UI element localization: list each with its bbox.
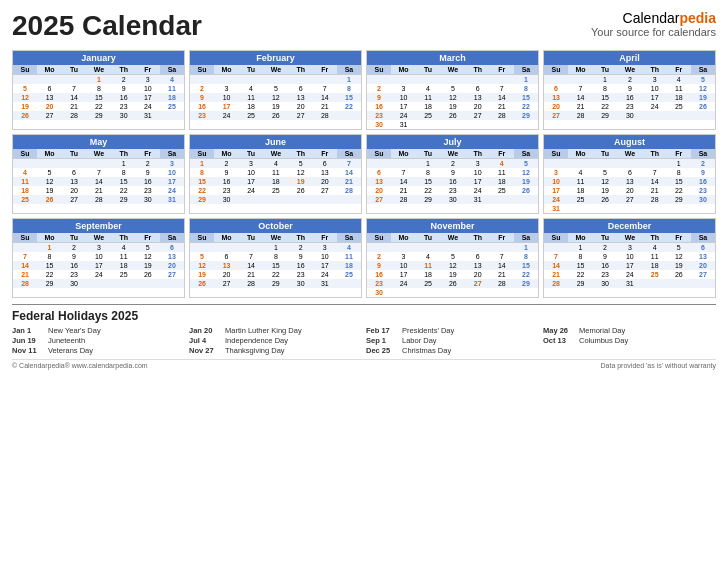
holiday-date: Jan 1	[12, 326, 44, 335]
cal-day: 1	[37, 243, 62, 253]
cal-day: 20	[37, 102, 62, 111]
cal-day: 30	[214, 195, 239, 204]
day-header-we: We	[617, 233, 643, 243]
day-header-sa: Sa	[160, 149, 184, 159]
cal-day: 1	[568, 243, 593, 253]
month-block-october: OctoberSuMoTuWeThFrSa1234567891011121314…	[189, 218, 362, 298]
cal-day	[643, 111, 667, 120]
cal-day: 1	[190, 159, 214, 169]
cal-day	[544, 243, 568, 253]
cal-day: 11	[667, 84, 691, 93]
cal-day: 20	[289, 102, 313, 111]
cal-day: 30	[367, 288, 391, 297]
day-header-su: Su	[13, 233, 37, 243]
day-header-sa: Sa	[160, 65, 184, 75]
cal-day: 23	[367, 111, 391, 120]
cal-day	[466, 243, 490, 253]
cal-day: 16	[617, 93, 643, 102]
cal-day: 7	[643, 168, 667, 177]
cal-day: 9	[440, 168, 466, 177]
month-block-may: MaySuMoTuWeThFrSa12345678910111213141516…	[12, 134, 185, 214]
cal-day: 25	[416, 279, 440, 288]
holiday-date: Nov 11	[12, 346, 44, 355]
cal-day: 25	[263, 186, 289, 195]
day-header-fr: Fr	[490, 65, 514, 75]
cal-day: 19	[667, 261, 691, 270]
holidays-section: Federal Holidays 2025 Jan 1New Year's Da…	[12, 304, 716, 355]
cal-day	[190, 75, 214, 85]
cal-day: 27	[160, 270, 184, 279]
cal-day	[440, 243, 466, 253]
cal-day: 22	[86, 102, 112, 111]
cal-day: 25	[13, 195, 37, 204]
day-header-su: Su	[544, 149, 568, 159]
cal-day: 25	[490, 186, 514, 195]
day-header-we: We	[617, 65, 643, 75]
cal-day: 19	[263, 102, 289, 111]
cal-day: 22	[190, 186, 214, 195]
cal-day: 17	[160, 177, 184, 186]
cal-day: 8	[568, 252, 593, 261]
cal-day: 6	[214, 252, 239, 261]
cal-day: 29	[263, 279, 289, 288]
cal-day: 5	[190, 252, 214, 261]
month-block-july: JulySuMoTuWeThFrSa1234567891011121314151…	[366, 134, 539, 214]
cal-day: 25	[160, 102, 184, 111]
cal-day: 18	[337, 261, 361, 270]
day-header-su: Su	[190, 149, 214, 159]
cal-day: 31	[544, 204, 568, 213]
day-header-fr: Fr	[667, 233, 691, 243]
cal-day: 3	[643, 75, 667, 85]
cal-day: 15	[514, 93, 538, 102]
cal-day	[490, 195, 514, 204]
cal-day: 1	[667, 159, 691, 169]
cal-day: 4	[239, 84, 263, 93]
cal-day: 30	[691, 195, 715, 204]
cal-day: 9	[62, 252, 86, 261]
cal-day: 26	[289, 186, 313, 195]
cal-day: 29	[416, 195, 440, 204]
cal-day: 6	[37, 84, 62, 93]
cal-day	[337, 195, 361, 204]
cal-day: 2	[593, 243, 617, 253]
holiday-date: Oct 13	[543, 336, 575, 345]
day-header-we: We	[440, 149, 466, 159]
cal-day: 16	[214, 177, 239, 186]
cal-day: 14	[544, 261, 568, 270]
cal-day	[367, 75, 391, 85]
cal-day: 12	[440, 261, 466, 270]
cal-day	[691, 204, 715, 213]
day-header-sa: Sa	[691, 149, 715, 159]
cal-day: 17	[239, 177, 263, 186]
cal-day: 24	[391, 111, 416, 120]
cal-day: 2	[190, 84, 214, 93]
cal-day	[667, 279, 691, 288]
cal-day	[490, 75, 514, 85]
cal-day: 14	[643, 177, 667, 186]
cal-day: 7	[337, 159, 361, 169]
cal-day	[667, 111, 691, 120]
cal-day	[289, 195, 313, 204]
day-header-sa: Sa	[514, 149, 538, 159]
day-header-su: Su	[367, 149, 391, 159]
cal-day: 29	[190, 195, 214, 204]
cal-day: 9	[112, 84, 136, 93]
cal-day: 19	[593, 186, 617, 195]
day-header-th: Th	[289, 149, 313, 159]
brand-name: Calendarpedia	[591, 10, 716, 26]
day-header-tu: Tu	[62, 149, 86, 159]
cal-day	[37, 159, 62, 169]
cal-day: 7	[568, 84, 593, 93]
cal-day	[391, 288, 416, 297]
holiday-name: Juneteenth	[48, 336, 85, 345]
cal-day	[593, 204, 617, 213]
cal-day: 11	[239, 93, 263, 102]
holiday-date: Jan 20	[189, 326, 221, 335]
cal-day: 18	[490, 177, 514, 186]
cal-day: 16	[367, 102, 391, 111]
cal-day: 17	[214, 102, 239, 111]
cal-day: 24	[643, 102, 667, 111]
cal-day: 17	[136, 93, 160, 102]
holiday-item: Jan 20Martin Luther King Day	[189, 326, 362, 335]
cal-day: 6	[289, 84, 313, 93]
